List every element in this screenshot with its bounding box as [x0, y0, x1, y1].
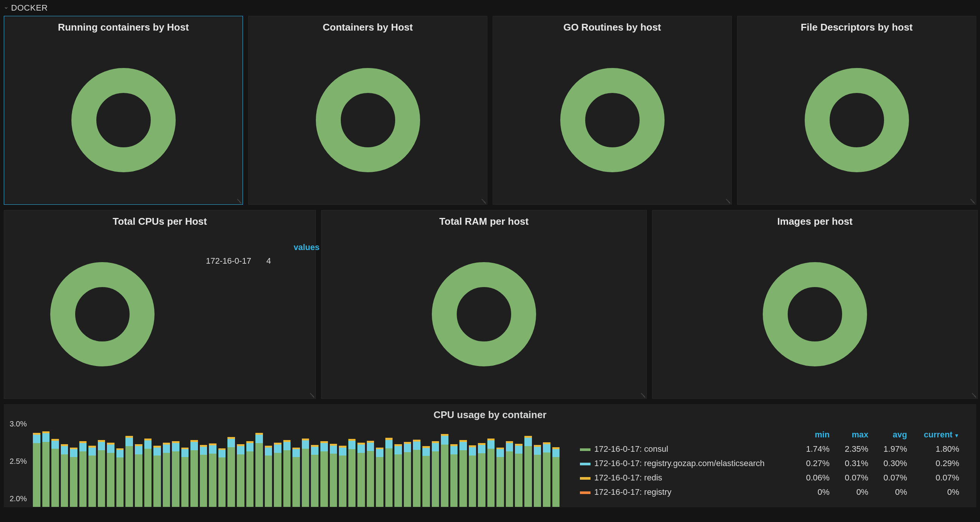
svg-point-2: [573, 80, 652, 160]
legend-swatch: [580, 477, 590, 480]
series-avg: 0.07%: [873, 471, 912, 485]
chevron-down-icon: ›: [3, 7, 10, 9]
bar: [395, 444, 402, 507]
bar: [163, 443, 170, 507]
panel-body: [248, 35, 487, 204]
bar: [153, 446, 161, 507]
bar: [80, 441, 87, 507]
legend-value: 4: [261, 255, 276, 267]
panel-total-ram[interactable]: Total RAM per host: [321, 210, 647, 399]
bar: [469, 445, 476, 507]
svg-point-3: [817, 80, 897, 160]
bar: [237, 444, 245, 507]
legend-row[interactable]: 172-16-0-17: registry0%0%0%0%: [574, 485, 964, 499]
bar: [478, 443, 485, 507]
series-max: 0.07%: [835, 471, 874, 485]
col-name[interactable]: [574, 428, 796, 442]
series-min: 0.27%: [796, 456, 835, 471]
panel-containers[interactable]: Containers by Host: [248, 16, 487, 205]
panel-body: values 172-16-0-17 4: [4, 230, 315, 398]
panel-go-routines[interactable]: GO Routines by host: [493, 16, 732, 205]
series-current: 0.29%: [912, 456, 964, 471]
svg-point-5: [444, 275, 523, 354]
bar: [496, 447, 504, 507]
panel-body: [493, 35, 732, 204]
bar: [441, 434, 449, 507]
col-avg[interactable]: avg: [873, 428, 912, 442]
series-current: 1.80%: [912, 442, 964, 456]
row-3: CPU usage by container 3.0% 2.5% 2.0% mi…: [0, 404, 980, 507]
bar: [51, 439, 59, 507]
panel-title: Total CPUs per Host: [4, 210, 315, 230]
bar: [144, 439, 152, 507]
series-name: 172-16-0-17: registry.gozap.com/elastics…: [594, 458, 765, 468]
series-name: 172-16-0-17: consul: [594, 444, 668, 454]
bar: [228, 437, 235, 507]
panel-file-descriptors[interactable]: File Descriptors by host: [737, 16, 976, 205]
series-name: 172-16-0-17: redis: [594, 473, 662, 482]
bar: [42, 431, 50, 507]
y-axis: 3.0% 2.5% 2.0%: [4, 424, 29, 507]
panel-images[interactable]: Images per host: [652, 210, 978, 399]
series-min: 0.06%: [796, 471, 835, 485]
panel-title: Total RAM per host: [321, 210, 646, 230]
svg-point-1: [328, 80, 408, 160]
bar: [432, 441, 439, 507]
bar: [534, 445, 541, 507]
bar: [218, 448, 226, 507]
bar: [209, 444, 216, 507]
panel-title: CPU usage by container: [4, 404, 976, 424]
bar: [172, 441, 180, 507]
bar: [283, 440, 291, 507]
series-current: 0%: [912, 485, 964, 499]
bar: [357, 443, 365, 507]
panel-title: Containers by Host: [248, 16, 487, 35]
bar: [98, 440, 105, 507]
bar: [320, 441, 328, 507]
panel-body: [737, 35, 976, 204]
legend-swatch: [580, 492, 590, 494]
bar: [460, 440, 467, 507]
legend-table: min max avg current▼ 172-16-0-17: consul…: [563, 424, 976, 507]
bar: [70, 447, 78, 507]
section-header[interactable]: › DOCKER: [0, 0, 980, 16]
panel-cpu-usage[interactable]: CPU usage by container 3.0% 2.5% 2.0% mi…: [4, 404, 976, 507]
bar: [302, 439, 309, 507]
bar: [543, 442, 550, 507]
panel-title: Images per host: [652, 210, 977, 230]
legend-swatch: [580, 448, 590, 451]
panel-title: Running containers by Host: [4, 16, 243, 35]
col-current[interactable]: current▼: [912, 428, 964, 442]
donut-chart: [427, 258, 541, 371]
bar: [487, 439, 495, 507]
legend-row[interactable]: 172-16-0-17: redis0.06%0.07%0.07%0.07%: [574, 471, 964, 485]
bar: [135, 444, 142, 507]
svg-point-6: [775, 275, 854, 354]
legend-row[interactable]: 172-16-0-17: registry.gozap.com/elastics…: [574, 456, 964, 471]
sort-desc-icon: ▼: [954, 433, 959, 439]
col-max[interactable]: max: [835, 428, 874, 442]
series-avg: 0.30%: [873, 456, 912, 471]
bar: [330, 444, 337, 507]
bar: [515, 444, 522, 507]
col-min[interactable]: min: [796, 428, 835, 442]
series-max: 0.31%: [835, 456, 874, 471]
legend-swatch: [580, 463, 590, 465]
panel-total-cpus[interactable]: Total CPUs per Host values 172-16-0-17 4: [4, 210, 316, 399]
bar: [376, 447, 383, 507]
series-name: 172-16-0-17: registry: [594, 487, 671, 497]
legend-row[interactable]: 172-16-0-17: consul1.74%2.35%1.97%1.80%: [574, 442, 964, 456]
panel-running-containers[interactable]: Running containers by Host: [4, 16, 243, 205]
bar: [450, 444, 458, 507]
bar: [274, 443, 282, 507]
legend-row[interactable]: 172-16-0-17 4: [186, 255, 276, 267]
y-tick: 2.5%: [10, 457, 27, 466]
panel-legend: values 172-16-0-17 4: [186, 241, 326, 267]
bar: [33, 433, 40, 507]
series-max: 2.35%: [835, 442, 874, 456]
panel-body: [4, 35, 243, 204]
bar: [524, 436, 532, 507]
panel-title: File Descriptors by host: [737, 16, 976, 35]
bar: [552, 447, 560, 507]
bar: [385, 438, 393, 507]
